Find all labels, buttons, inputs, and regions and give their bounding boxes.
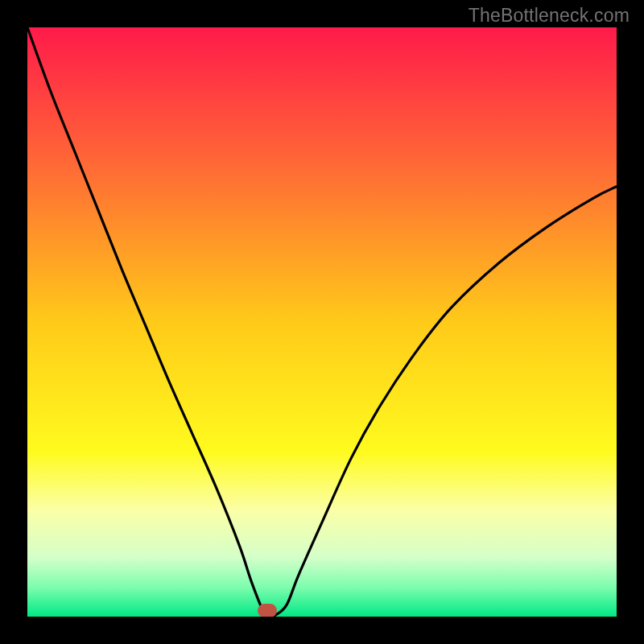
- gradient-background: [27, 27, 617, 617]
- plot-svg: [27, 27, 617, 617]
- watermark: TheBottleneck.com: [469, 5, 630, 27]
- minimum-marker: [258, 604, 277, 617]
- plot-area: [27, 27, 617, 617]
